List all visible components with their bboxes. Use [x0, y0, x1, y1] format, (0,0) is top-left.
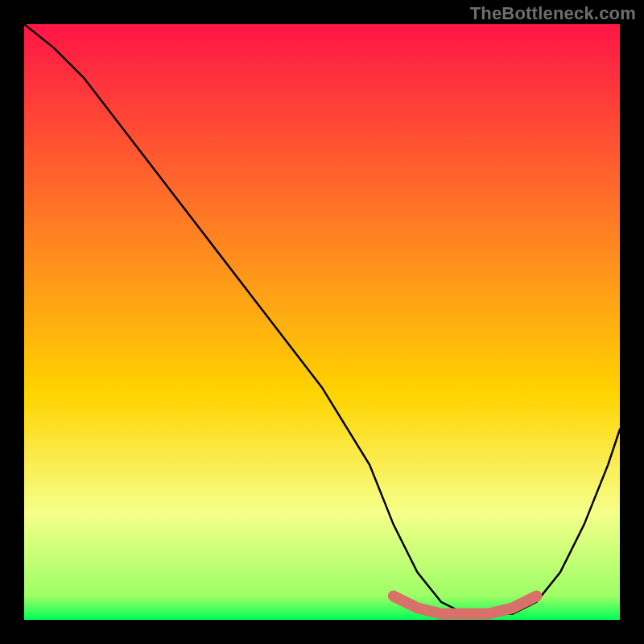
watermark-text: TheBottleneck.com	[470, 3, 636, 24]
gradient-plot-area	[24, 24, 620, 620]
bottleneck-chart	[0, 0, 644, 644]
chart-frame: TheBottleneck.com	[0, 0, 644, 644]
